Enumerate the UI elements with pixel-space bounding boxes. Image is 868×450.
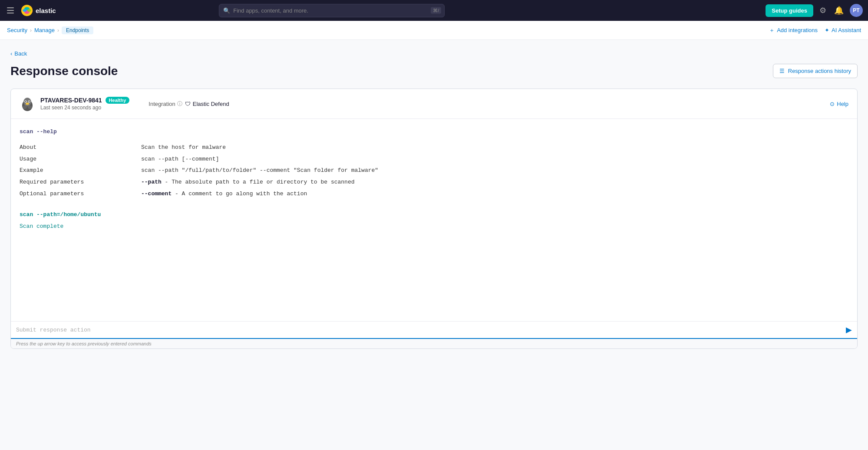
svg-point-4 <box>27 9 31 12</box>
elastic-logo: elastic <box>21 4 56 16</box>
help-row-usage: Usage scan --path [--comment] <box>20 154 848 165</box>
help-val-required: --path - The absolute path to a file or … <box>141 177 848 188</box>
breadcrumb-sep-2: › <box>57 27 59 33</box>
breadcrumb-right-actions: ＋ Add integrations ✦ AI Assistant <box>769 26 861 34</box>
console-hint: Press the up arrow key to access previou… <box>11 339 857 348</box>
help-button[interactable]: ⊙ Help <box>830 101 848 107</box>
breadcrumb: Security › Manage › Endpoints <box>7 26 93 34</box>
user-avatar[interactable]: PT <box>850 4 863 17</box>
linux-icon <box>20 96 35 112</box>
console-footer: ▶ Press the up arrow key to access previ… <box>11 321 857 348</box>
send-icon: ▶ <box>846 325 852 335</box>
host-name: PTAVARES-DEV-9841 <box>40 97 102 104</box>
page-title: Response console <box>10 64 118 78</box>
breadcrumb-security[interactable]: Security <box>7 27 27 33</box>
list-icon: ☰ <box>779 68 785 74</box>
console-panel: PTAVARES-DEV-9841 Healthy Last seen 24 s… <box>10 89 858 349</box>
main-content: ‹ Back Response console ☰ Response actio… <box>0 40 868 450</box>
back-link[interactable]: ‹ Back <box>10 50 858 57</box>
help-val-example: scan --path "/full/path/to/folder" --com… <box>141 165 848 177</box>
add-integrations-label: Add integrations <box>777 27 818 33</box>
ai-assistant-button[interactable]: ✦ AI Assistant <box>825 27 861 33</box>
console-input-row[interactable]: ▶ <box>11 322 857 339</box>
top-navigation: elastic 🔍 ⌘/ Setup guides ⚙ 🔔 PT <box>0 0 868 21</box>
svg-point-12 <box>23 105 27 109</box>
svg-point-3 <box>23 9 26 12</box>
help-row-about: About Scan the host for malware <box>20 142 848 154</box>
page-header: Response console ☰ Response actions hist… <box>10 64 858 78</box>
svg-point-11 <box>26 103 29 105</box>
search-kbd: ⌘/ <box>431 7 441 14</box>
send-button[interactable]: ▶ <box>846 325 852 335</box>
integration-name: 🛡 Elastic Defend <box>185 101 229 107</box>
host-details: PTAVARES-DEV-9841 Healthy Last seen 24 s… <box>40 97 129 111</box>
help-key-usage: Usage <box>20 154 141 165</box>
help-key-optional: Optional parameters <box>20 188 141 200</box>
plus-icon: ＋ <box>769 26 775 34</box>
command-scan-help: scan --help <box>20 128 848 137</box>
ai-icon: ✦ <box>825 27 829 33</box>
integration-info: Integration ⓘ 🛡 Elastic Defend <box>149 100 229 108</box>
help-key-example: Example <box>20 165 141 177</box>
integration-label: Integration ⓘ <box>149 100 182 108</box>
integration-label-text: Integration <box>149 101 175 107</box>
response-history-label: Response actions history <box>788 68 851 74</box>
help-key-required: Required parameters <box>20 177 141 188</box>
elastic-defend-icon: 🛡 <box>185 101 191 107</box>
console-input[interactable] <box>16 327 842 333</box>
ai-assistant-label: AI Assistant <box>832 27 861 33</box>
integration-name-text: Elastic Defend <box>193 101 229 107</box>
hamburger-menu[interactable] <box>5 6 16 15</box>
host-name-row: PTAVARES-DEV-9841 Healthy <box>40 97 129 104</box>
settings-icon-button[interactable]: ⚙ <box>818 4 828 17</box>
scan-result: Scan complete <box>20 222 848 231</box>
svg-point-10 <box>29 101 30 102</box>
setup-guides-button[interactable]: Setup guides <box>766 4 813 17</box>
svg-point-13 <box>28 105 32 109</box>
help-key-about: About <box>20 142 141 154</box>
scan-command: scan --path=/home/ubuntu <box>20 210 848 220</box>
svg-point-9 <box>25 101 26 102</box>
host-info: PTAVARES-DEV-9841 Healthy Last seen 24 s… <box>20 96 229 112</box>
help-val-about: Scan the host for malware <box>141 142 848 154</box>
help-label: Help <box>837 101 848 107</box>
back-label: Back <box>14 50 27 57</box>
help-val-usage: scan --path [--comment] <box>141 154 848 165</box>
back-chevron-icon: ‹ <box>10 50 12 57</box>
help-icon: ⊙ <box>830 101 835 107</box>
breadcrumb-endpoints[interactable]: Endpoints <box>62 26 93 34</box>
search-bar[interactable]: 🔍 ⌘/ <box>219 4 445 17</box>
search-icon: 🔍 <box>223 7 230 14</box>
breadcrumb-sep-1: › <box>30 27 32 33</box>
info-icon: ⓘ <box>177 100 182 108</box>
console-body[interactable]: scan --help About Scan the host for malw… <box>11 119 857 321</box>
logo-text: elastic <box>36 7 56 14</box>
help-row-example: Example scan --path "/full/path/to/folde… <box>20 165 848 177</box>
add-integrations-button[interactable]: ＋ Add integrations <box>769 26 818 34</box>
help-table: About Scan the host for malware Usage sc… <box>20 142 848 200</box>
svg-point-6 <box>23 98 31 106</box>
help-row-optional: Optional parameters --comment - A commen… <box>20 188 848 200</box>
search-input[interactable] <box>219 4 445 17</box>
nav-right: Setup guides ⚙ 🔔 PT <box>766 4 863 17</box>
console-header: PTAVARES-DEV-9841 Healthy Last seen 24 s… <box>11 89 857 119</box>
status-badge: Healthy <box>106 97 130 104</box>
help-row-required: Required parameters --path - The absolut… <box>20 177 848 188</box>
host-last-seen: Last seen 24 seconds ago <box>40 105 129 111</box>
notifications-icon-button[interactable]: 🔔 <box>832 4 845 17</box>
breadcrumb-bar: Security › Manage › Endpoints ＋ Add inte… <box>0 21 868 40</box>
help-val-optional: --comment - A comment to go along with t… <box>141 188 848 200</box>
response-history-button[interactable]: ☰ Response actions history <box>773 64 858 78</box>
breadcrumb-manage[interactable]: Manage <box>34 27 55 33</box>
